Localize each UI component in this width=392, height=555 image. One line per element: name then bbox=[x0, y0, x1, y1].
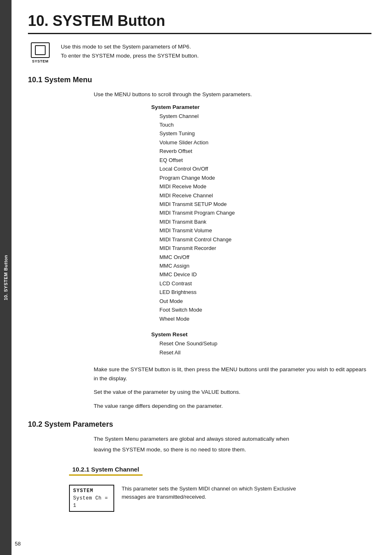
system-channel-desc2: messages are transmitted/received. bbox=[122, 493, 296, 502]
list-item: MIDI Receive Channel bbox=[159, 191, 371, 200]
list-item: System Channel bbox=[159, 112, 371, 120]
list-item: EQ Offset bbox=[159, 156, 371, 164]
section-10-1: 10.1 System Menu Use the MENU buttons to… bbox=[28, 76, 371, 410]
list-item: LED Brightness bbox=[159, 288, 371, 296]
list-item: MIDI Transmit Recorder bbox=[159, 244, 371, 252]
section-10-1-note2: Set the value of the parameter by using … bbox=[94, 388, 371, 397]
list-item: MIDI Transmit SETUP Mode bbox=[159, 200, 371, 208]
system-icon-area: SYSTEM bbox=[28, 42, 53, 63]
sidebar-tab: 10. SYSTEM Button bbox=[0, 0, 12, 555]
intro-text: Use this mode to set the System paramete… bbox=[61, 42, 198, 60]
param-list: System Channel Touch System Tuning Volum… bbox=[151, 112, 371, 324]
system-reset-block: System Reset Reset One Sound/Setup Reset… bbox=[159, 331, 371, 357]
subsection-10-2-1-heading: 10.2.1 System Channel bbox=[69, 464, 143, 476]
intro-line2: To enter the SYSTEM mode, press the SYST… bbox=[61, 51, 198, 60]
list-item: LCD Contrast bbox=[159, 279, 371, 288]
system-channel-desc: This parameter sets the System MIDI chan… bbox=[122, 485, 296, 502]
list-item: Wheel Mode bbox=[159, 314, 371, 323]
list-item: MIDI Transmit Bank bbox=[159, 217, 371, 226]
list-item: Foot Switch Mode bbox=[159, 305, 371, 314]
section-10-2-desc2: leaving the SYSTEM mode, so there is no … bbox=[94, 445, 371, 454]
chapter-title: 10. SYSTEM Button bbox=[28, 12, 371, 34]
system-button-icon bbox=[31, 42, 50, 58]
list-item: MMC Device ID bbox=[159, 270, 371, 279]
list-item: MIDI Transmit Control Change bbox=[159, 235, 371, 244]
list-item: Volume Slider Action bbox=[159, 138, 371, 147]
section-10-1-heading: 10.1 System Menu bbox=[28, 76, 371, 84]
section-10-1-content: Use the MENU buttons to scroll through t… bbox=[94, 90, 371, 410]
list-item: Reset All bbox=[159, 348, 371, 357]
page-number: 58 bbox=[15, 541, 21, 547]
list-item: MIDI Transmit Volume bbox=[159, 226, 371, 235]
system-channel-desc1: This parameter sets the System MIDI chan… bbox=[122, 485, 296, 493]
lcd-display: SYSTEM System Ch = 1 bbox=[69, 485, 114, 512]
reset-list: Reset One Sound/Setup Reset All bbox=[151, 339, 371, 357]
subsection-10-2-1: 10.2.1 System Channel SYSTEM System Ch =… bbox=[69, 464, 371, 512]
section-10-2-desc1: The System Menu parameters are global an… bbox=[94, 435, 371, 444]
list-item: Program Change Mode bbox=[159, 173, 371, 182]
section-10-1-description: Use the MENU buttons to scroll through t… bbox=[94, 90, 371, 99]
reset-label: System Reset bbox=[151, 331, 371, 338]
list-item: Touch bbox=[159, 120, 371, 129]
list-item: MMC On/Off bbox=[159, 253, 371, 261]
main-content: 10. SYSTEM Button SYSTEM Use this mode t… bbox=[12, 0, 392, 555]
system-parameter-block: System Parameter System Channel Touch Sy… bbox=[159, 104, 371, 324]
section-10-1-note3: The value range differs depending on the… bbox=[94, 402, 371, 411]
list-item: Reset One Sound/Setup bbox=[159, 339, 371, 348]
lcd-line1: SYSTEM bbox=[73, 487, 110, 495]
section-10-2-heading: 10.2 System Parameters bbox=[28, 420, 371, 429]
intro-line1: Use this mode to set the System paramete… bbox=[61, 42, 198, 51]
list-item: MMC Assign bbox=[159, 261, 371, 270]
list-item: MIDI Receive Mode bbox=[159, 182, 371, 191]
list-item: Reverb Offset bbox=[159, 147, 371, 155]
lcd-line2: System Ch = 1 bbox=[73, 495, 110, 509]
section-10-1-note1: Make sure the SYSTEM button is lit, then… bbox=[94, 365, 371, 383]
section-10-2-content: The System Menu parameters are global an… bbox=[94, 435, 371, 454]
list-item: MIDI Transmit Program Change bbox=[159, 208, 371, 217]
list-item: Out Mode bbox=[159, 297, 371, 305]
system-channel-display: SYSTEM System Ch = 1 This parameter sets… bbox=[69, 485, 371, 512]
list-item: System Tuning bbox=[159, 129, 371, 138]
sidebar-tab-label: 10. SYSTEM Button bbox=[3, 255, 8, 301]
param-label: System Parameter bbox=[151, 104, 371, 110]
intro-section: SYSTEM Use this mode to set the System p… bbox=[28, 42, 371, 63]
list-item: Local Control On/Off bbox=[159, 164, 371, 173]
section-10-2: 10.2 System Parameters The System Menu p… bbox=[28, 420, 371, 511]
system-icon-label: SYSTEM bbox=[32, 59, 48, 63]
